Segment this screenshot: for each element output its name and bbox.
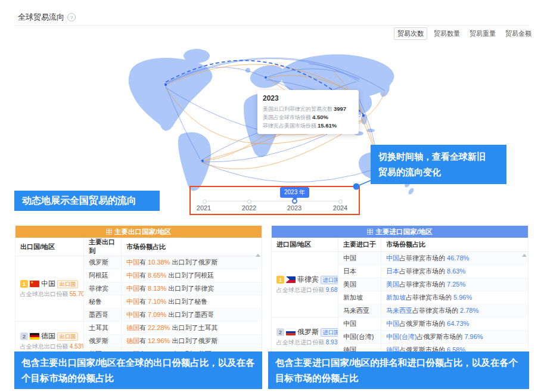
country-name: 菲律宾 <box>297 275 319 285</box>
tooltip-label: 美国占全球市场份额 <box>263 114 311 120</box>
annotation-timeline-line1: 切换时间轴，查看全球新旧 <box>378 149 499 164</box>
share-pct: 8.13% <box>148 285 166 292</box>
share-text: 中国有 7.10% 出口到了秘鲁 <box>122 295 262 309</box>
share-text: 中国占菲律宾市场的 46.78% <box>381 252 529 265</box>
share-text: 德国有 22.28% 出口到了土耳其 <box>122 322 262 335</box>
tooltip-year: 2023 <box>263 94 353 102</box>
share-pct: 22.28% <box>148 324 170 331</box>
global-trade-flow-panel: 全球贸易流向 ? 贸易次数 贸易数量 贸易重量 贸易金额 <box>0 0 544 392</box>
annotation-timeline: 切换时间轴，查看全球新旧 贸易的流向变化 <box>371 145 506 184</box>
table-row: 1菲律宾进口国 占全球总进口份额 9.68% 中国 中国占菲律宾市场的 46.7… <box>272 252 529 265</box>
share-mid: 有 <box>139 298 148 305</box>
global-share-label: 占全球总出口份额 <box>20 291 70 297</box>
share-mid: 占菲律宾市场的 <box>399 281 447 288</box>
timeline-tick-dot[interactable] <box>247 200 251 204</box>
dest-country: 俄罗斯 <box>84 335 122 348</box>
import-table-title: 主要进口国家/地区 <box>375 228 432 237</box>
share-src: 马来西亚 <box>386 307 412 314</box>
share-mid: 占俄罗斯市场的 <box>399 320 447 327</box>
flag-china-icon <box>30 281 39 287</box>
share-mid: 占菲律宾市场的 <box>399 254 447 262</box>
share-tail: 出口到了墨西哥 <box>166 311 214 318</box>
share-pct: 64.73% <box>447 320 469 327</box>
timeline-year-label: 2022 <box>242 204 256 211</box>
dest-country: 墨西哥 <box>84 309 122 322</box>
timeline-year-label: 2024 <box>333 204 347 211</box>
src-country: 日本 <box>338 265 381 278</box>
exporter-badge: 出口国 <box>57 280 78 288</box>
metric-trade-amount-button[interactable]: 贸易金额 <box>502 27 534 40</box>
table-icon <box>106 229 112 235</box>
share-text: 中国有 7.09% 出口到了墨西哥 <box>122 309 262 322</box>
share-pct: 7.96% <box>464 333 483 340</box>
share-pct: 2.78% <box>460 307 478 314</box>
import-table: 主要进口国家/地区 进口国/地区 主要进口于 市场份额占比 1菲律宾进口国 占全… <box>271 225 529 357</box>
country-name: 俄罗斯 <box>297 327 319 337</box>
scroll-up-icon[interactable] <box>522 254 527 257</box>
importer-group-philippines: 1菲律宾进口国 占全球总进口份额 9.68% <box>272 252 338 318</box>
share-src: 中国 <box>386 320 399 327</box>
metric-trade-quantity-button[interactable]: 贸易数量 <box>431 27 463 40</box>
share-tail: 出口到了菲律宾 <box>166 285 214 292</box>
share-text: 马来西亚占菲律宾市场的 2.78% <box>381 304 529 318</box>
share-src: 中国 <box>126 311 139 318</box>
share-tail: 出口到了阿根廷 <box>166 272 214 279</box>
rank-badge: 1 <box>276 276 284 284</box>
metric-trade-count-button[interactable]: 贸易次数 <box>394 27 427 40</box>
country-name: 中国 <box>41 279 55 289</box>
col-export-dest: 主要出口到 <box>84 238 122 256</box>
rank-badge: 2 <box>276 328 284 336</box>
share-text: 新加坡占菲律宾市场的 5.96% <box>381 291 529 304</box>
share-text: 中国有 8.65% 出口到了阿根廷 <box>122 269 262 282</box>
global-share-value: 9.68% <box>326 287 338 293</box>
share-pct: 8.65% <box>148 272 166 279</box>
col-import-country: 进口国/地区 <box>272 238 338 252</box>
timeline-track[interactable] <box>204 201 341 201</box>
global-share-value: 8.93% <box>326 339 338 346</box>
flag-russia-icon <box>286 329 296 335</box>
table-row: 1中国出口国 占全球总出口份额 55.70% 俄罗斯 中国有 10.38% 出口… <box>15 256 262 269</box>
tooltip-value: 15.61% <box>318 122 337 129</box>
annotation-export-note: 包含主要出口国家/地区在全球的出口份额占比，以及在各个目标市场的份额占比 <box>14 351 262 389</box>
flag-philippines-icon <box>286 276 296 283</box>
timeline-tick-dot[interactable] <box>338 200 343 204</box>
share-text: 中国(台湾)占俄罗斯市场的 7.96% <box>381 331 529 344</box>
tooltip-label: 菲律宾占美国市场份额 <box>263 123 316 129</box>
map-tooltip: 2023 美国出口到菲律宾的贸易次数3997 美国占全球市场份额4.50% 菲律… <box>257 90 359 134</box>
import-table-header: 主要进口国家/地区 <box>272 226 529 238</box>
importer-badge: 进口国 <box>321 276 338 284</box>
scroll-up-icon[interactable] <box>256 254 260 257</box>
src-country: 新加坡 <box>338 291 381 304</box>
annotation-flow: 动态地展示全国贸易的流向 <box>14 191 160 211</box>
info-icon[interactable]: ? <box>67 13 76 21</box>
share-text: 中国有 10.38% 出口到了俄罗斯 <box>122 256 262 269</box>
table-icon <box>367 229 373 235</box>
col-import-share: 市场份额占比 <box>381 238 529 252</box>
share-src: 新加坡 <box>386 294 406 301</box>
export-table: 主要出口国家/地区 出口国/地区 主要出口到 市场份额占比 1中国出口国 占全球… <box>15 225 262 361</box>
tooltip-value: 4.50% <box>312 114 328 120</box>
col-export-share: 市场份额占比 <box>122 238 262 256</box>
metric-trade-weight-button[interactable]: 贸易重量 <box>467 27 499 40</box>
export-table-header: 主要出口国家/地区 <box>15 226 262 238</box>
share-mid: 有 <box>139 311 148 318</box>
header-divider <box>15 25 529 26</box>
share-text: 美国占菲律宾市场的 7.25% <box>381 278 529 291</box>
dest-country: 土耳其 <box>84 322 122 335</box>
share-src: 日本 <box>386 267 399 275</box>
share-text: 中国占俄罗斯市场的 64.73% <box>381 318 529 331</box>
tooltip-label: 美国出口到菲律宾的贸易次数 <box>263 106 332 112</box>
timeline-handle[interactable] <box>292 198 297 204</box>
share-tail: 出口到了俄罗斯 <box>170 337 217 344</box>
timeline-tick-dot[interactable] <box>203 200 207 204</box>
global-share-value: 55.70% <box>70 291 84 297</box>
share-src: 德国 <box>126 324 139 331</box>
flag-germany-icon <box>30 333 39 340</box>
page-title: 全球贸易流向 ? <box>18 12 76 23</box>
share-src: 中国 <box>126 285 139 292</box>
country-name: 德国 <box>41 331 55 341</box>
share-text: 德国有 12.96% 出口到了俄罗斯 <box>122 335 262 348</box>
share-src: 中国 <box>126 298 139 305</box>
exporter-badge: 出口国 <box>57 332 78 341</box>
timeline-slider: 2023 年 2021 2022 2023 2024 <box>189 186 358 213</box>
